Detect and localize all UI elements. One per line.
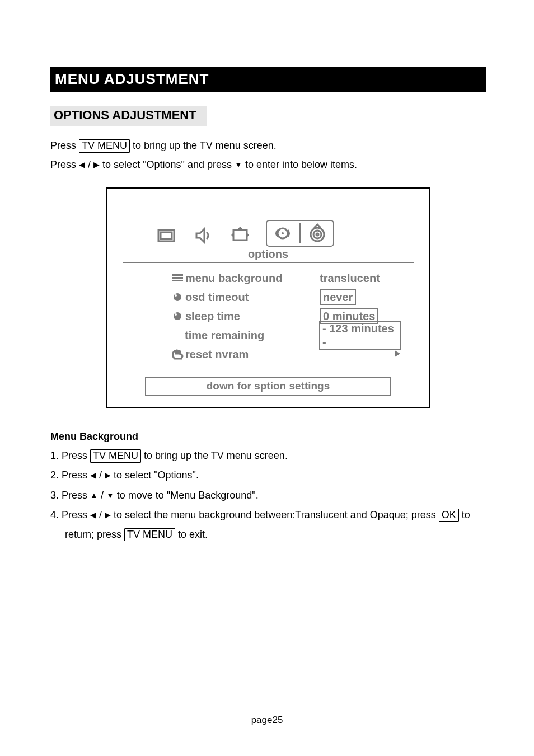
left-arrow-icon: ◀ (90, 508, 96, 523)
list-icon (170, 274, 185, 283)
osd-hint-box: down for sption settings (145, 377, 391, 396)
osd-row-menu-background: menu background translucent (170, 269, 401, 288)
osd-row-reset-nvram: reset nvram (170, 345, 401, 364)
svg-rect-10 (172, 280, 183, 281)
text: to select the menu background between:Tr… (114, 509, 436, 520)
osd-value: translucent (320, 272, 380, 285)
text: to select "Options". (114, 469, 199, 481)
tab-picture-icon (155, 224, 177, 247)
tab-channel-icon (306, 222, 329, 245)
text: to enter into below items. (245, 159, 357, 170)
page-title-bar: MENU ADJUSTMENT (50, 67, 486, 92)
submenu-arrow-icon (322, 348, 401, 361)
hand-icon (170, 349, 185, 360)
subsection-title: Menu Background (50, 431, 486, 443)
step-4: 4. Press ◀ / ▶ to select the menu backgr… (50, 505, 486, 525)
text: 2. Press (50, 469, 87, 481)
section-title: OPTIONS ADJUSTMENT (50, 106, 207, 126)
text: 1. Press (50, 450, 87, 461)
osd-value: never (320, 289, 356, 305)
svg-point-12 (175, 294, 177, 297)
text: to exit. (178, 529, 208, 540)
up-arrow-icon: ▲ (90, 488, 98, 503)
osd-row-time-remaining: time remaining - 123 minutes - (170, 326, 401, 345)
step-3: 3. Press ▲ / ▼ to move to "Menu Backgrou… (50, 486, 486, 505)
right-arrow-icon: ▶ (105, 468, 111, 483)
osd-tabs (155, 220, 429, 247)
left-arrow-icon: ◀ (90, 468, 96, 483)
left-arrow-icon: ◀ (79, 157, 85, 172)
text: 3. Press (50, 490, 87, 501)
text: to move to "Menu Background". (117, 490, 259, 501)
section-title-wrap: OPTIONS ADJUSTMENT (50, 106, 486, 126)
osd-divider (123, 262, 414, 263)
tab-divider (299, 223, 301, 243)
steps-list: 1. Press TV MENU to bring up the TV menu… (50, 446, 486, 544)
svg-point-11 (174, 293, 181, 301)
svg-point-6 (313, 231, 321, 238)
step-2: 2. Press ◀ / ▶ to select "Options". (50, 466, 486, 485)
text: to bring up the TV menu screen. (144, 450, 288, 461)
svg-point-13 (174, 312, 181, 320)
svg-rect-9 (172, 277, 183, 279)
text: return; press (65, 529, 121, 540)
dot-icon (170, 311, 185, 321)
text: to bring up the TV menu screen. (133, 140, 277, 151)
tv-menu-key: TV MENU (90, 449, 141, 463)
osd-screenshot: options menu background translucent osd … (106, 187, 430, 408)
text: Press (50, 159, 76, 170)
osd-tab-label: options (107, 248, 429, 261)
step-4-cont: return; press TV MENU to exit. (50, 525, 486, 544)
page-footer: page25 (0, 715, 534, 726)
svg-point-4 (282, 232, 284, 234)
down-arrow-icon: ▼ (106, 488, 114, 503)
slash: / (88, 159, 91, 170)
svg-rect-8 (172, 274, 183, 276)
slash: / (101, 490, 104, 501)
tv-menu-key: TV MENU (124, 528, 175, 542)
text: to select "Options" and press (102, 159, 232, 170)
page-title: MENU ADJUSTMENT (55, 71, 209, 87)
svg-point-7 (316, 233, 318, 236)
right-arrow-icon: ▶ (105, 508, 111, 523)
down-arrow-icon: ▼ (235, 157, 242, 172)
osd-label: menu background (185, 272, 320, 285)
svg-rect-2 (233, 230, 247, 240)
osd-label: osd timeout (185, 291, 320, 304)
text: 4. Press (50, 509, 87, 520)
intro-line-1: Press TV MENU to bring up the TV menu sc… (50, 136, 486, 155)
right-arrow-icon: ▶ (93, 157, 100, 172)
tv-menu-key: TV MENU (79, 139, 130, 153)
osd-menu-body: menu background translucent osd timeout … (170, 269, 401, 364)
osd-label: time remaining (185, 329, 319, 342)
slash: / (99, 509, 102, 520)
tab-sound-icon (192, 224, 214, 247)
osd-label: sleep time (185, 310, 320, 323)
slash: / (99, 469, 102, 481)
osd-value: - 123 minutes - (319, 321, 401, 350)
svg-rect-1 (161, 232, 172, 239)
step-1: 1. Press TV MENU to bring up the TV menu… (50, 446, 486, 466)
tab-screen-icon (229, 224, 251, 247)
tab-active-group (266, 220, 334, 247)
tab-options-icon (271, 222, 294, 245)
ok-key: OK (439, 509, 459, 522)
dot-icon (170, 292, 185, 302)
text: Press (50, 140, 76, 151)
osd-row-osd-timeout: osd timeout never (170, 288, 401, 307)
svg-point-14 (175, 313, 177, 316)
text: to (462, 509, 470, 520)
osd-label: reset nvram (185, 348, 320, 361)
intro-line-2: Press ◀ / ▶ to select "Options" and pres… (50, 155, 486, 174)
